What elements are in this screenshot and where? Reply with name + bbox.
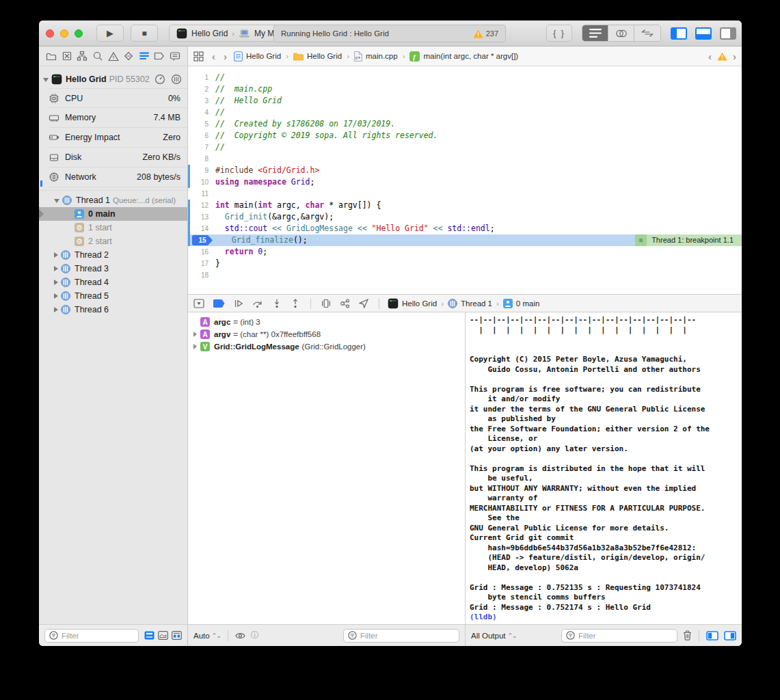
show-console-toggle[interactable] [724, 631, 736, 641]
console-scope-popup[interactable]: All Output ⌃⌄ [471, 632, 517, 640]
thread-row[interactable]: Thread 2 [39, 248, 187, 262]
previous-issue-button[interactable]: ‹ [708, 51, 712, 62]
disclosure-triangle[interactable] [193, 332, 200, 337]
line-number[interactable]: 3 [188, 95, 215, 107]
navigator-toggle-button[interactable] [671, 27, 687, 40]
line-number[interactable]: 13 [188, 211, 215, 223]
code-line[interactable]: 18 [188, 269, 742, 281]
stack-frame-row[interactable]: 0 main [39, 207, 187, 221]
code-line[interactable]: 4// [188, 107, 742, 118]
run-button[interactable]: ▶ [96, 25, 124, 42]
breadcrumb-item[interactable]: c+main.cpp [354, 51, 398, 62]
filter-scope-1-icon[interactable] [144, 631, 154, 640]
library-button[interactable]: { } [546, 25, 572, 42]
code-line[interactable]: 13 Grid_init(&argc,&argv); [188, 211, 742, 223]
db-hide-button[interactable] [193, 299, 204, 308]
db-continue-button[interactable] [234, 299, 243, 308]
minimize-button[interactable] [60, 29, 68, 38]
gauge-row-energy-impact[interactable]: Energy ImpactZero [49, 128, 187, 148]
code-line[interactable]: 1// [188, 72, 742, 83]
process-row[interactable]: Hello Grid PID 55302 [39, 70, 187, 88]
code-line[interactable]: 10using namespace Grid; [188, 176, 742, 188]
standard-editor-button[interactable] [582, 25, 608, 41]
disclosure-triangle[interactable] [54, 293, 58, 299]
navigator-tab-tests[interactable] [123, 51, 134, 62]
db-stepout-button[interactable] [291, 299, 300, 308]
disclosure-triangle[interactable] [54, 199, 59, 203]
breadcrumb-item[interactable]: Hello Grid [293, 52, 342, 61]
debug-area-toggle-button[interactable] [695, 27, 712, 40]
console-output[interactable]: --|--|--|--|--|--|--|--|--|--|--|--|--|-… [465, 312, 742, 624]
console-filter-field[interactable]: Filter [561, 629, 677, 643]
line-number[interactable]: 18 [188, 269, 215, 281]
info-icon[interactable]: ⓘ [251, 630, 259, 641]
variable-row[interactable]: Aargv= (char **) 0x7ffeefbff568 [188, 328, 465, 340]
gauges-toggle-icon[interactable] [154, 74, 165, 85]
line-number[interactable]: 1 [188, 72, 215, 83]
code-line[interactable]: 6// Copyright © 2019 sopa. All rights re… [188, 130, 742, 142]
disclosure-triangle[interactable] [54, 280, 58, 285]
code-line[interactable]: 8 [188, 153, 742, 165]
breakpoint-annotation[interactable]: ≡Thread 1: breakpoint 1.1 [635, 234, 742, 246]
next-issue-button[interactable]: › [733, 51, 736, 62]
line-number[interactable]: 2 [188, 83, 215, 95]
stop-button[interactable]: ■ [131, 25, 158, 42]
line-number[interactable]: 17 [188, 258, 215, 269]
breakpoint-badge[interactable]: 15 [192, 235, 213, 245]
db-memgraph-button[interactable] [340, 299, 350, 308]
code-line[interactable]: 12int main(int argc, char * argv[]) { [188, 200, 742, 211]
db-location-button[interactable] [359, 299, 368, 308]
issue-warning-icon[interactable] [717, 52, 727, 61]
debug-breadcrumb-item[interactable]: 0 main [503, 299, 540, 308]
navigator-tab-search[interactable] [92, 51, 103, 62]
breadcrumb-item[interactable]: fmain(int argc, char * argv[]) [409, 51, 518, 62]
view-mode-icon[interactable] [171, 74, 182, 85]
disclosure-triangle[interactable] [54, 266, 58, 271]
thread-row[interactable]: Thread 4 [39, 275, 187, 289]
thread-row[interactable]: Thread 3 [39, 262, 187, 275]
db-viewui-button[interactable] [321, 299, 331, 308]
navigator-tab-scm[interactable] [62, 51, 72, 62]
zoom-button[interactable] [75, 29, 83, 38]
disclosure-triangle[interactable] [54, 307, 58, 312]
assistant-editor-button[interactable] [608, 25, 634, 41]
line-number[interactable]: 16 [188, 246, 215, 258]
clear-console-button[interactable] [683, 630, 692, 641]
debug-breadcrumb-item[interactable]: Hello Grid [388, 298, 437, 309]
version-editor-button[interactable] [634, 25, 660, 41]
gauge-row-cpu[interactable]: CPU0% [49, 88, 187, 108]
stack-frame-row[interactable]: ⚙1 start [39, 221, 187, 234]
code-line[interactable]: 11 [188, 188, 742, 200]
line-number[interactable]: 6 [188, 130, 215, 142]
variable-row[interactable]: VGrid::GridLogMessage(Grid::GridLogger) [188, 340, 465, 353]
filter-scope-3-icon[interactable] [172, 631, 182, 640]
code-line[interactable]: 7// [188, 142, 742, 153]
code-line[interactable]: 17} [188, 258, 742, 269]
forward-button[interactable]: › [224, 51, 227, 62]
db-breakpoints-button[interactable] [213, 299, 225, 308]
line-number[interactable]: 12 [188, 200, 215, 211]
navigator-tab-debug[interactable] [139, 51, 150, 62]
disclosure-triangle[interactable] [54, 252, 58, 258]
stack-frame-row[interactable]: ⚙2 start [39, 234, 187, 248]
code-line[interactable]: 9#include <Grid/Grid.h> [188, 165, 742, 176]
variables-filter-field[interactable]: Filter [343, 629, 459, 643]
line-number[interactable]: 9 [188, 165, 215, 176]
disclosure-triangle[interactable] [193, 344, 200, 349]
line-number[interactable]: 10 [188, 176, 215, 188]
variable-row[interactable]: Aargc= (int) 3 [188, 316, 465, 328]
filter-scope-2-icon[interactable] [158, 631, 168, 640]
db-stepinto-button[interactable] [272, 299, 282, 308]
gauge-row-memory[interactable]: Memory7.4 MB [49, 108, 187, 128]
close-button[interactable] [46, 29, 54, 38]
line-number[interactable]: 11 [188, 188, 215, 200]
navigator-tab-issues[interactable] [108, 51, 119, 62]
line-number[interactable]: 4 [188, 107, 215, 118]
line-number[interactable]: 14 [188, 223, 215, 234]
warning-counter[interactable]: 237 [473, 29, 498, 38]
navigator-tab-symbols[interactable] [77, 51, 88, 62]
quicklook-icon[interactable] [235, 632, 245, 639]
thread-row[interactable]: Thread 1Queue:...d (serial) [39, 193, 187, 207]
line-number[interactable]: 8 [188, 153, 215, 165]
gauge-row-disk[interactable]: DiskZero KB/s [49, 148, 187, 167]
